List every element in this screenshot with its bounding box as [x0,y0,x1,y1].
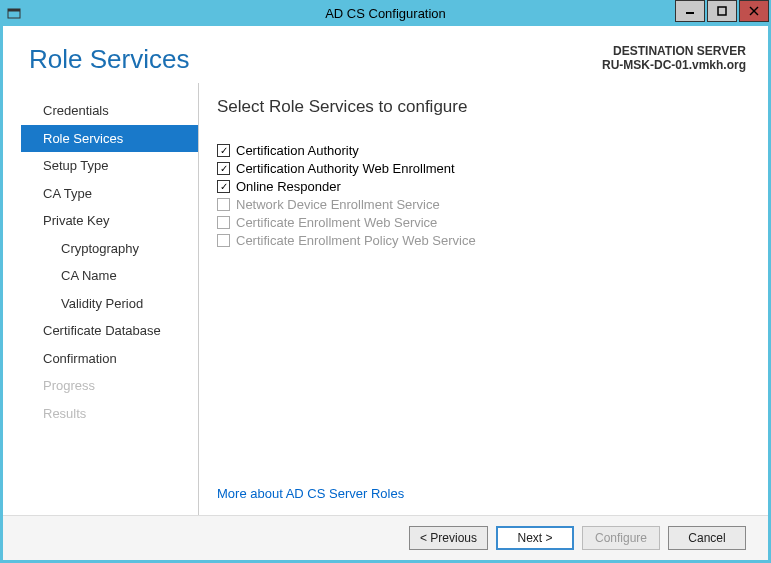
checkbox [217,216,230,229]
nav-item-ca-type[interactable]: CA Type [21,180,198,208]
role-options: ✓Certification Authority✓Certification A… [217,143,744,251]
maximize-button[interactable] [707,0,737,22]
nav-item-certificate-database[interactable]: Certificate Database [21,317,198,345]
close-button[interactable] [739,0,769,22]
footer: < Previous Next > Configure Cancel [3,515,768,560]
window-title: AD CS Configuration [0,6,771,21]
nav-item-cryptography[interactable]: Cryptography [21,235,198,263]
checkbox-label: Certification Authority [236,143,359,158]
nav-item-confirmation[interactable]: Confirmation [21,345,198,373]
checkbox-label: Online Responder [236,179,341,194]
titlebar: AD CS Configuration [0,0,771,26]
configure-button: Configure [582,526,660,550]
main-area: CredentialsRole ServicesSetup TypeCA Typ… [3,83,768,515]
page-title: Role Services [29,44,189,75]
content-area: Role Services DESTINATION SERVER RU-MSK-… [3,26,768,560]
nav-item-progress: Progress [21,372,198,400]
detail-heading: Select Role Services to configure [217,97,744,117]
checkbox-label: Network Device Enrollment Service [236,197,440,212]
previous-button[interactable]: < Previous [409,526,488,550]
checkbox[interactable]: ✓ [217,180,230,193]
checkbox[interactable]: ✓ [217,162,230,175]
option-row: Certificate Enrollment Policy Web Servic… [217,233,744,248]
svg-rect-1 [8,9,20,12]
svg-rect-3 [718,7,726,15]
option-row: Certificate Enrollment Web Service [217,215,744,230]
config-window: AD CS Configuration Role Services DESTIN… [0,0,771,563]
nav-item-validity-period[interactable]: Validity Period [21,290,198,318]
dest-value: RU-MSK-DC-01.vmkh.org [602,58,746,72]
nav-item-ca-name[interactable]: CA Name [21,262,198,290]
sidebar: CredentialsRole ServicesSetup TypeCA Typ… [21,83,199,515]
cancel-button[interactable]: Cancel [668,526,746,550]
option-row: ✓Certification Authority [217,143,744,158]
nav-item-role-services[interactable]: Role Services [21,125,198,153]
window-controls [675,0,771,26]
dest-label: DESTINATION SERVER [602,44,746,58]
detail-pane: Select Role Services to configure ✓Certi… [199,83,768,515]
destination-server: DESTINATION SERVER RU-MSK-DC-01.vmkh.org [602,44,746,75]
nav-item-credentials[interactable]: Credentials [21,97,198,125]
checkbox-label: Certificate Enrollment Web Service [236,215,437,230]
nav-item-setup-type[interactable]: Setup Type [21,152,198,180]
next-button[interactable]: Next > [496,526,574,550]
checkbox[interactable]: ✓ [217,144,230,157]
option-row: ✓Online Responder [217,179,744,194]
option-row: ✓Certification Authority Web Enrollment [217,161,744,176]
header-row: Role Services DESTINATION SERVER RU-MSK-… [3,26,768,83]
nav-item-private-key[interactable]: Private Key [21,207,198,235]
more-link[interactable]: More about AD CS Server Roles [217,486,744,501]
checkbox-label: Certification Authority Web Enrollment [236,161,455,176]
app-icon [6,5,22,21]
checkbox [217,234,230,247]
checkbox-label: Certificate Enrollment Policy Web Servic… [236,233,476,248]
option-row: Network Device Enrollment Service [217,197,744,212]
nav-item-results: Results [21,400,198,428]
checkbox [217,198,230,211]
minimize-button[interactable] [675,0,705,22]
